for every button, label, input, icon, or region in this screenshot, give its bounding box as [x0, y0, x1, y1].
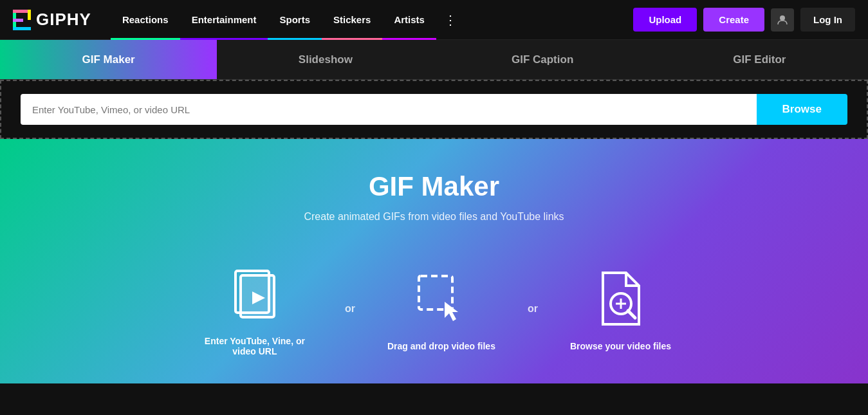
svg-point-5: [780, 15, 785, 21]
nav-stickers[interactable]: Stickers: [322, 0, 382, 40]
icons-row: Enter YouTube, Vine, or video URL or Dra…: [13, 261, 855, 356]
or-text-2: or: [528, 303, 538, 315]
svg-line-12: [628, 311, 635, 318]
icon-group-browse: Browse your video files: [570, 266, 671, 351]
logo[interactable]: GIPHY: [13, 10, 91, 30]
svg-rect-3: [13, 27, 31, 30]
main-content: GIF Maker Create animated GIFs from vide…: [0, 139, 868, 383]
main-subtitle: Create animated GIFs from video files an…: [304, 211, 564, 223]
browse-button[interactable]: Browse: [757, 94, 847, 125]
drag-drop-icon: [409, 266, 474, 331]
icon1-label: Enter YouTube, Vine, or video URL: [197, 336, 313, 356]
video-link-icon: [223, 261, 287, 326]
svg-marker-10: [445, 302, 458, 321]
nav-entertainment[interactable]: Entertainment: [180, 0, 268, 40]
svg-rect-2: [28, 10, 31, 20]
tab-gif-editor[interactable]: GIF Editor: [651, 40, 868, 80]
upload-button[interactable]: Upload: [633, 8, 697, 32]
nav-reactions[interactable]: Reactions: [111, 0, 180, 40]
nav-links: Reactions Entertainment Sports Stickers …: [111, 0, 634, 40]
nav-sports[interactable]: Sports: [268, 0, 322, 40]
person-icon: [777, 14, 788, 26]
login-button[interactable]: Log In: [800, 8, 855, 32]
nav-actions: Upload Create Log In: [633, 8, 855, 32]
giphy-logo-icon: [13, 10, 31, 30]
browse-files-icon: [589, 266, 653, 331]
icon3-label: Browse your video files: [570, 341, 671, 351]
navbar: GIPHY Reactions Entertainment Sports Sti…: [0, 0, 868, 40]
icon2-label: Drag and drop video files: [387, 341, 495, 351]
upload-bar: Browse: [21, 94, 847, 125]
icon-group-drag: Drag and drop video files: [387, 266, 495, 351]
or-text-1: or: [345, 303, 355, 315]
nav-more-button[interactable]: ⋮: [436, 0, 465, 40]
main-title: GIF Maker: [369, 171, 499, 202]
tab-gif-maker[interactable]: GIF Maker: [0, 40, 217, 80]
user-icon[interactable]: [771, 8, 794, 32]
logo-text: GIPHY: [36, 10, 91, 30]
svg-rect-4: [13, 19, 23, 22]
url-input[interactable]: [21, 94, 757, 125]
tab-slideshow[interactable]: Slideshow: [217, 40, 434, 80]
upload-section: Browse: [0, 80, 868, 139]
tab-gif-caption[interactable]: GIF Caption: [434, 40, 651, 80]
tabs-container: GIF Maker Slideshow GIF Caption GIF Edit…: [0, 40, 868, 80]
nav-artists[interactable]: Artists: [382, 0, 436, 40]
icon-group-youtube: Enter YouTube, Vine, or video URL: [197, 261, 313, 356]
create-button[interactable]: Create: [703, 8, 764, 32]
